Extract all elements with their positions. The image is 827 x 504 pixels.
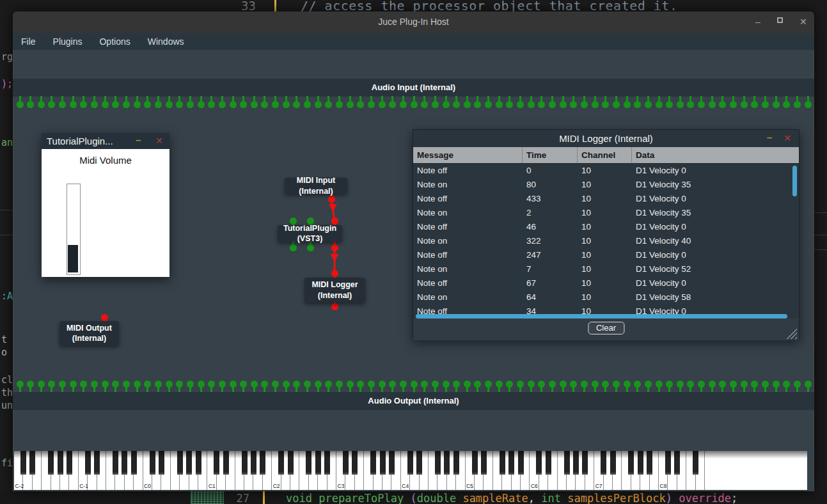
audio-input-pin-icon[interactable] [357,101,364,108]
audio-output-pin-icon[interactable] [411,381,418,388]
audio-output-pin-icon[interactable] [336,381,343,388]
audio-output-pin-icon[interactable] [613,381,620,388]
audio-output-pin-icon[interactable] [528,381,535,388]
audio-output-pin-icon[interactable] [325,381,332,388]
audio-output-node-bar[interactable]: Audio Output (Internal) [13,392,814,410]
menu-item-file[interactable]: File [21,36,36,47]
black-key[interactable] [472,451,478,475]
menu-item-plugins[interactable]: Plugins [53,36,83,47]
audio-input-pin-icon[interactable] [443,101,450,108]
audio-output-pin-icon[interactable] [112,381,119,388]
audio-output-pin-icon[interactable] [347,381,354,388]
audio-input-pin-icon[interactable] [751,101,758,108]
audio-output-pin-icon[interactable] [219,381,226,388]
black-key[interactable] [536,451,542,475]
audio-output-pin-icon[interactable] [102,381,109,388]
audio-output-pin-icon[interactable] [443,381,450,388]
audio-pin-icon[interactable] [290,244,297,251]
black-key[interactable] [508,451,514,475]
black-key[interactable] [564,451,570,475]
midi-volume-slider-thumb[interactable] [68,245,78,272]
audio-input-pin-icon[interactable] [325,101,332,108]
audio-output-pin-icon[interactable] [783,381,790,388]
midi-pin-icon[interactable] [101,314,108,321]
audio-input-pin-icon[interactable] [379,101,386,108]
audio-output-pin-icon[interactable] [666,381,673,388]
audio-input-pin-icon[interactable] [517,101,524,108]
audio-output-pin-icon[interactable] [272,381,279,388]
audio-output-pin-icon[interactable] [48,381,55,388]
midi-pin-icon[interactable] [331,270,338,277]
audio-output-pin-icon[interactable] [251,381,258,388]
black-key[interactable] [29,451,35,475]
audio-output-pin-icon[interactable] [719,381,726,388]
audio-input-pin-icon[interactable] [261,101,268,108]
audio-input-pin-icon[interactable] [528,101,535,108]
black-key[interactable] [306,451,311,475]
audio-output-pin-icon[interactable] [166,381,173,388]
audio-input-pin-icon[interactable] [485,101,492,108]
black-key[interactable] [444,451,450,475]
audio-input-pin-icon[interactable] [709,101,716,108]
audio-output-pin-icon[interactable] [709,381,716,388]
black-key[interactable] [113,451,118,475]
black-key[interactable] [573,451,579,475]
audio-input-pin-icon[interactable] [283,101,290,108]
audio-input-pin-icon[interactable] [773,101,780,108]
black-key[interactable] [58,451,63,475]
black-key[interactable] [122,451,127,475]
audio-input-pin-icon[interactable] [560,101,567,108]
black-key[interactable] [85,451,91,475]
midi-pin-icon[interactable] [331,244,338,251]
black-key[interactable] [380,451,386,475]
audio-output-pin-icon[interactable] [485,381,492,388]
audio-input-pin-icon[interactable] [656,101,663,108]
audio-output-pin-icon[interactable] [70,381,77,388]
audio-output-pin-icon[interactable] [38,381,45,388]
audio-input-pin-icon[interactable] [496,101,503,108]
audio-input-pin-icon[interactable] [27,101,34,108]
audio-output-pin-icon[interactable] [560,381,567,388]
audio-output-pin-icon[interactable] [624,381,631,388]
black-key[interactable] [20,451,26,475]
audio-output-pin-icon[interactable] [315,381,322,388]
audio-input-pin-icon[interactable] [112,101,119,108]
audio-input-pin-icon[interactable] [144,101,151,108]
black-key[interactable] [407,451,413,475]
black-key[interactable] [242,451,248,475]
audio-output-pin-icon[interactable] [634,381,641,388]
black-key[interactable] [693,451,698,475]
audio-output-pin-icon[interactable] [293,381,300,388]
black-key[interactable] [546,451,551,475]
audio-input-pin-icon[interactable] [208,101,215,108]
audio-output-pin-icon[interactable] [581,381,588,388]
black-key[interactable] [343,451,349,475]
audio-output-pin-icon[interactable] [496,381,503,388]
black-key[interactable] [288,451,294,475]
black-key[interactable] [94,451,100,475]
audio-input-pin-icon[interactable] [730,101,737,108]
midi-pin-icon[interactable] [331,303,338,310]
black-key[interactable] [251,451,256,475]
audio-input-pin-icon[interactable] [230,101,237,108]
black-key[interactable] [582,451,588,475]
audio-output-pin-icon[interactable] [357,381,364,388]
column-header-message[interactable]: Message [413,147,523,163]
audio-output-pin-icon[interactable] [17,381,24,388]
audio-input-pin-icon[interactable] [70,101,77,108]
midi-logger-node[interactable]: MIDI Logger (Internal) [304,278,365,303]
midi-output-node[interactable]: MIDI Output (Internal) [59,321,119,345]
audio-output-pin-icon[interactable] [155,381,162,388]
audio-input-pin-icon[interactable] [411,101,418,108]
audio-input-pin-icon[interactable] [762,101,769,108]
black-key[interactable] [67,451,72,475]
audio-input-pin-icon[interactable] [293,101,300,108]
black-key[interactable] [186,451,192,475]
audio-input-pin-icon[interactable] [719,101,726,108]
audio-output-pin-icon[interactable] [432,381,439,388]
audio-input-pin-icon[interactable] [687,101,694,108]
audio-output-pin-icon[interactable] [517,381,524,388]
midi-input-node[interactable]: MIDI Input (Internal) [285,178,347,194]
black-key[interactable] [416,451,422,475]
audio-output-pin-icon[interactable] [208,381,215,388]
